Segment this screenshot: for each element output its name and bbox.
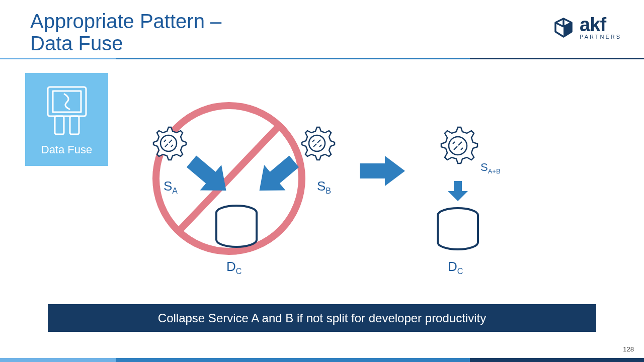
database-icon	[433, 206, 483, 254]
brand-logo: akf PARTNERS	[551, 15, 621, 40]
label-sab: SA+B	[480, 161, 501, 175]
cube-icon	[551, 16, 576, 40]
arrow-icon	[249, 153, 304, 199]
label-dc1: DC	[226, 259, 242, 276]
svg-rect-2	[55, 116, 64, 134]
arrow-right-icon	[357, 153, 408, 189]
fuse-icon	[42, 83, 92, 138]
pattern-label: Data Fuse	[41, 143, 93, 156]
svg-rect-3	[70, 116, 79, 134]
svg-point-7	[309, 135, 325, 151]
slide-title: Appropriate Pattern – Data Fuse	[30, 10, 614, 54]
svg-point-9	[449, 137, 467, 155]
logo-brand: akf	[580, 15, 621, 34]
caption-bar: Collapse Service A and B if not split fo…	[48, 304, 596, 332]
footer-divider	[0, 358, 644, 362]
svg-point-6	[160, 135, 177, 151]
label-dc2: DC	[448, 259, 463, 276]
label-sa: SA	[164, 178, 178, 196]
diagram: SA SB SA+B DC DC	[131, 73, 614, 289]
database-icon	[211, 204, 262, 251]
page-number: 128	[623, 345, 634, 353]
logo-sub: PARTNERS	[580, 34, 621, 40]
arrow-down-icon	[445, 178, 470, 204]
header-divider	[0, 58, 644, 59]
label-sb: SB	[317, 178, 331, 196]
arrow-icon	[181, 153, 236, 199]
gear-icon	[435, 123, 480, 168]
pattern-card: Data Fuse	[25, 73, 108, 166]
